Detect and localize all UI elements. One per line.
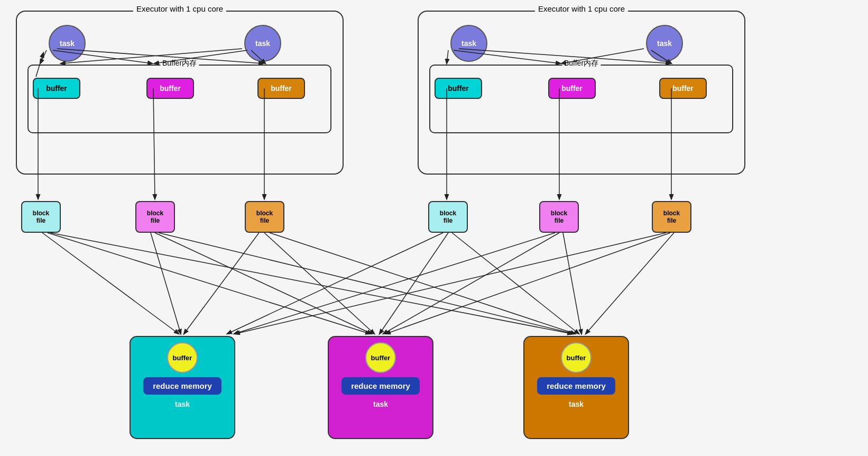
executor1-label: Executor with 1 cpu core (133, 4, 226, 13)
svg-line-20 (151, 233, 181, 334)
svg-line-17 (42, 233, 179, 334)
svg-line-29 (234, 233, 555, 334)
reducer1-box: buffer reduce memory task (130, 336, 235, 439)
reducer3-box: buffer reduce memory task (523, 336, 629, 439)
reducer2-box: buffer reduce memory task (328, 336, 433, 439)
svg-line-33 (386, 233, 670, 334)
reducer3-memory: reduce memory (537, 377, 615, 395)
executor2-buffer-mem-label: Buffer内存 (562, 59, 601, 68)
executor1-buffer2: buffer (146, 78, 194, 99)
reducer1-memory: reduce memory (143, 377, 221, 395)
executor1-task2: task (244, 25, 281, 62)
svg-line-19 (50, 233, 572, 334)
executor1-buffer1: buffer (33, 78, 80, 99)
svg-line-23 (184, 233, 259, 334)
svg-line-26 (227, 233, 443, 334)
executor2-buffer2: buffer (548, 78, 596, 99)
reducer2-memory: reduce memory (341, 377, 420, 395)
executor1-box: Executor with 1 cpu core Buffer内存 task t… (16, 11, 344, 175)
executor2-box: Executor with 1 cpu core Buffer内存 task t… (418, 11, 745, 175)
executor2-label: Executor with 1 cpu core (535, 4, 628, 13)
executor2-blockfile1: blockfile (428, 201, 468, 233)
executor2-task2: task (646, 25, 683, 62)
svg-line-24 (264, 233, 374, 334)
svg-line-30 (383, 233, 559, 334)
svg-line-21 (155, 233, 372, 334)
executor2-blockfile3: blockfile (652, 201, 691, 233)
svg-line-18 (48, 233, 370, 334)
executor1-buffer3: buffer (257, 78, 305, 99)
svg-line-25 (270, 233, 575, 334)
svg-line-27 (380, 233, 448, 334)
executor2-buffer1: buffer (435, 78, 482, 99)
executor2-task1: task (450, 25, 487, 62)
diagram: Executor with 1 cpu core Buffer内存 task t… (0, 0, 868, 456)
executor2-blockfile2: blockfile (539, 201, 579, 233)
reducer1-buffer: buffer (167, 342, 198, 373)
executor1-buffer-mem-box: Buffer内存 (27, 65, 331, 133)
svg-line-28 (452, 233, 579, 334)
executor1-blockfile1: blockfile (21, 201, 61, 233)
svg-line-31 (563, 233, 581, 334)
reducer3-buffer: buffer (561, 342, 592, 373)
executor1-task1: task (49, 25, 86, 62)
executor1-blockfile3: blockfile (245, 201, 284, 233)
executor2-buffer-mem-box: Buffer内存 (429, 65, 733, 133)
reducer1-task-label: task (175, 400, 190, 408)
svg-line-22 (159, 233, 574, 334)
executor1-blockfile2: blockfile (135, 201, 175, 233)
reducer2-task-label: task (373, 400, 388, 408)
executor2-buffer3: buffer (659, 78, 707, 99)
reducer3-task-label: task (569, 400, 584, 408)
svg-line-34 (586, 233, 674, 334)
executor1-buffer-mem-label: Buffer内存 (160, 59, 199, 68)
svg-line-32 (235, 233, 666, 334)
reducer2-buffer: buffer (365, 342, 396, 373)
